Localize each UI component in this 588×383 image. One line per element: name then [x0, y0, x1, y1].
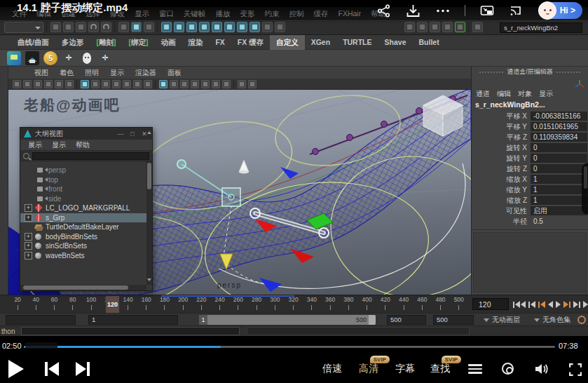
play-backwards-button[interactable] [547, 300, 554, 309]
channel-box-menu-item[interactable]: 编辑 [497, 89, 511, 99]
save-scene-icon[interactable] [76, 22, 86, 32]
channel-value[interactable]: 0 [531, 164, 587, 173]
grease-pencil-icon[interactable] [65, 80, 74, 88]
menu-item[interactable]: FXHair [334, 7, 367, 20]
character-set-dropdown[interactable]: 无角色集 [534, 315, 570, 325]
outliner-row[interactable]: + LC_LOGO_MARKGRPALL [20, 203, 146, 213]
outliner-row[interactable]: persp [20, 166, 146, 175]
separator[interactable] [233, 80, 235, 88]
shadows-icon[interactable] [201, 80, 210, 88]
snap-point-icon[interactable] [186, 22, 197, 32]
panel-menu-item[interactable]: 面板 [163, 68, 186, 78]
snap-curve-icon[interactable] [174, 22, 184, 32]
undo-icon[interactable] [88, 22, 99, 32]
time-slider[interactable]: 20 40 60 80 100 120 [0, 295, 588, 313]
scroll-up-icon[interactable] [147, 129, 151, 134]
command-language-label[interactable]: thon [1, 328, 15, 335]
animation-start-field[interactable] [6, 315, 76, 325]
channel-box-menu-item[interactable]: 对象 [518, 89, 532, 99]
step-forward-frame-button[interactable] [573, 300, 581, 309]
safe-action-icon[interactable] [133, 80, 142, 88]
shelf-tab[interactable]: XGen [305, 35, 336, 50]
outliner-row[interactable]: TurtleDefaultBakeLayer [20, 222, 146, 232]
volume-icon[interactable] [534, 361, 549, 377]
bookmark-icon[interactable] [34, 80, 42, 88]
lock-icon[interactable] [262, 22, 273, 32]
menu-item[interactable]: 显示 [130, 7, 154, 20]
shelf-tab[interactable]: 自定义 [270, 35, 305, 50]
channel-box-header[interactable]: 通道盒/层编辑器 [472, 67, 588, 77]
loop-settings-icon[interactable] [502, 363, 514, 375]
bwl-shelf-icon[interactable] [7, 51, 21, 65]
channel-value[interactable]: 1 [531, 185, 587, 194]
shelf-tab[interactable]: 曲线/曲面 [11, 35, 55, 50]
step-forward-key-button[interactable] [563, 300, 571, 309]
redo-icon[interactable] [101, 22, 111, 32]
resolution-gate-icon[interactable] [102, 80, 110, 88]
outliner-menu-item[interactable]: 帮助 [72, 140, 93, 150]
gate-mask-icon[interactable] [112, 80, 121, 88]
outliner-vscrollbar[interactable] [146, 161, 152, 285]
command-input[interactable] [21, 327, 240, 335]
shelf-tab[interactable]: 多边形 [55, 35, 90, 50]
channel-value[interactable]: 0 [531, 143, 587, 152]
ao-icon[interactable] [212, 80, 220, 88]
2d-pan-icon[interactable] [55, 80, 63, 88]
snap-view-icon[interactable] [212, 22, 222, 32]
separator[interactable] [467, 22, 470, 32]
separator[interactable] [154, 80, 157, 88]
download-icon[interactable] [406, 3, 421, 18]
snap-projected-icon[interactable] [199, 22, 210, 32]
menu-item[interactable]: 变形 [235, 7, 260, 20]
channel-value[interactable]: 启用 [531, 206, 587, 215]
lights-icon[interactable] [191, 80, 199, 88]
menu-item[interactable]: 播放 [211, 7, 235, 20]
range-start-handle[interactable]: 1 [199, 315, 207, 325]
outliner-row[interactable]: top [20, 175, 146, 185]
animation-preferences-icon[interactable] [577, 316, 586, 324]
image-plane-icon[interactable] [44, 80, 53, 88]
outliner-row[interactable]: front [20, 184, 146, 194]
more-icon[interactable] [435, 3, 451, 18]
coin-shelf-icon[interactable]: 5 [43, 51, 57, 65]
shelf-tab[interactable]: 动画 [154, 35, 182, 50]
cast-tv-icon[interactable] [509, 3, 524, 18]
shelf-tab[interactable]: Shave [378, 35, 413, 50]
playback-start-field[interactable]: 1 [88, 315, 178, 325]
menu-item[interactable]: 约束 [260, 7, 285, 20]
mask-shelf-icon[interactable] [80, 51, 94, 65]
open-scene-icon[interactable] [63, 22, 74, 32]
new-scene-icon[interactable] [50, 22, 61, 32]
channel-box-menu-item[interactable]: 通道 [476, 89, 490, 99]
camera-icon[interactable] [13, 80, 21, 88]
expand-toggle[interactable]: + [25, 252, 32, 260]
next-episode-button[interactable] [76, 362, 90, 376]
outliner-titlebar[interactable]: 大纲视图 — □ ✕ [20, 128, 152, 140]
channel-value[interactable]: -0.0063815166 [531, 112, 587, 121]
expand-toggle[interactable]: + [25, 233, 32, 241]
channel-box-menu-item[interactable]: 显示 [539, 89, 553, 99]
paint-select-icon[interactable] [472, 22, 483, 32]
outliner-menu-item[interactable]: 展示 [25, 140, 46, 150]
outliner-row[interactable]: side [20, 194, 146, 204]
range-end-handle[interactable] [369, 315, 376, 325]
panel-menu-item[interactable]: 照明 [80, 68, 104, 78]
isolate-icon[interactable] [248, 80, 257, 88]
home-shelf-icon[interactable] [25, 51, 39, 65]
outliner-hscrollbar[interactable] [20, 285, 146, 290]
account-pill[interactable]: Hi > [538, 2, 582, 19]
expand-toggle[interactable]: + [25, 242, 32, 250]
step-back-frame-button[interactable] [528, 300, 536, 309]
panel-menu-item[interactable]: 着色 [55, 68, 78, 78]
outliner-row[interactable]: + bodyBindBnSets [20, 232, 146, 242]
separator[interactable] [46, 22, 48, 32]
fullscreen-icon[interactable] [568, 362, 583, 377]
expand-toggle[interactable]: + [25, 204, 32, 212]
workspace-dropdown[interactable] [4, 22, 43, 33]
playlist-icon[interactable] [468, 364, 482, 375]
select-component-icon[interactable] [144, 22, 154, 32]
search-input[interactable] [32, 152, 149, 160]
shelf-tab[interactable]: 雕刻 [90, 35, 122, 50]
minimize-button[interactable]: — [116, 130, 125, 137]
channel-value[interactable]: 0.0151061965 [531, 122, 587, 131]
